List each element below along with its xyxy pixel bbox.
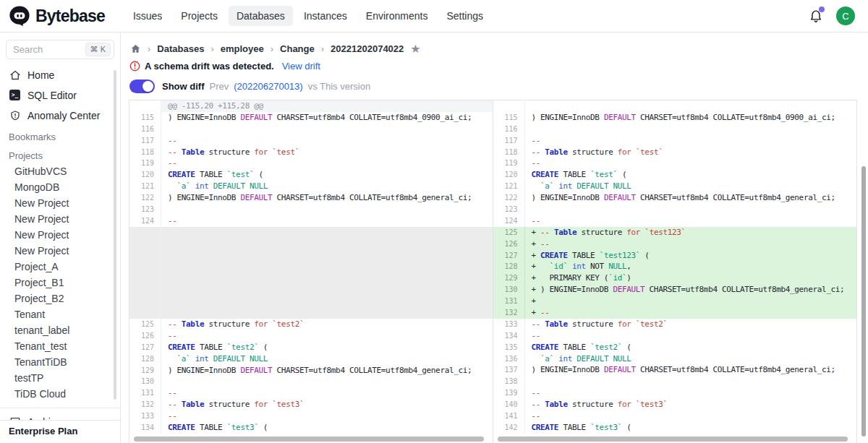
code-line [525,204,857,215]
diff-line: 135CREATE TABLE `test2` ( [493,342,857,353]
sidebar-scrollbar[interactable] [114,70,116,400]
sidebar-project-item[interactable]: MongoDB [0,179,120,195]
code-line: ) ENGINE=InnoDB DEFAULT CHARSET=utf8mb4 … [161,365,493,377]
sidebar-project-item[interactable]: New Project [0,195,120,211]
diff-line: 128 `a` int DEFAULT NULL [129,353,493,365]
right-pane-horizontal-scrollbar[interactable] [498,436,848,442]
left-pane-horizontal-scrollbar[interactable] [134,436,484,442]
line-number: 117 [129,135,161,147]
sidebar-project-item[interactable]: New Project [0,211,120,227]
code-line: -- Table structure for `test` [161,147,493,158]
diff-line: 134CREATE TABLE `test3` ( [129,422,493,434]
code-line: + [525,296,857,307]
alert-text: A schema drift was detected. [145,61,274,72]
breadcrumb-separator: › [148,43,150,54]
show-diff-toggle[interactable] [129,79,155,93]
sidebar-project-item[interactable]: Project_A [0,259,120,275]
diff-line: 132-- Table structure for `test3` [129,399,493,410]
line-number: 126 [129,330,161,342]
sidebar-item-home[interactable]: Home [0,65,120,85]
diff-line: 142CREATE TABLE `test3` ( [493,422,857,434]
line-number: 124 [493,215,525,227]
sidebar-project-item[interactable]: Project_B2 [0,291,120,306]
line-number: 139 [493,387,525,399]
line-number: 119 [129,158,161,169]
breadcrumb-item[interactable]: Databases [157,43,204,54]
view-drift-link[interactable]: View drift [282,61,320,72]
diff-line: 122) ENGINE=InnoDB DEFAULT CHARSET=utf8m… [129,192,493,204]
diff-blank-header-row [493,100,857,112]
nav-tab-databases[interactable]: Databases [229,6,293,26]
diff-line: 134-- [493,330,857,342]
line-number: 133 [129,410,161,422]
line-number: 115 [493,112,525,124]
sidebar-project-item[interactable]: New Project [0,227,120,243]
nav-tab-environments[interactable]: Environments [358,6,436,26]
line-number: 130 [493,284,525,296]
code-line: CREATE TABLE `test` ( [525,169,857,181]
sidebar-project-item[interactable]: GitHubVCS [0,163,120,179]
breadcrumb-item[interactable]: Change [280,43,315,54]
sidebar-project-item[interactable]: TenantTiDB [0,354,120,370]
brand[interactable]: Bytebase [9,5,105,27]
diff-line: 121 `a` int DEFAULT NULL [493,181,857,192]
breadcrumb-separator: › [321,43,324,54]
code-line: CREATE TABLE `test` ( [161,169,493,181]
notification-bell-button[interactable] [809,9,823,23]
diff-line: 124-- [493,215,857,227]
line-number: 134 [493,330,525,342]
page-vertical-scrollbar[interactable] [861,166,866,436]
code-line: -- [161,135,493,147]
diff-line: 118-- Table structure for `test` [129,147,493,158]
code-line: `a` int DEFAULT NULL [161,181,493,192]
diff-line: 128+ `id` int NOT NULL, [493,261,857,272]
nav-tab-settings[interactable]: Settings [438,6,491,26]
breadcrumb-home-icon[interactable] [130,43,141,54]
sidebar-project-item[interactable]: Tenant_test [0,338,120,354]
sidebar-project-item[interactable]: New Project [0,243,120,259]
diff-line: 141-- [493,410,857,422]
bytebase-logo-icon [9,5,30,27]
search-input[interactable]: Search ⌘ K [6,40,114,59]
prev-version-link[interactable]: (202206270013) [234,81,302,92]
star-icon[interactable]: ★ [410,45,420,53]
diff-line: 124-- [129,215,493,227]
sidebar-item-anomaly-center[interactable]: Anomaly Center [0,106,120,126]
line-number: 116 [129,124,161,135]
prev-label: Prev [210,81,229,92]
nav-tab-projects[interactable]: Projects [173,6,226,26]
line-number: 132 [493,307,525,319]
sidebar-project-item[interactable]: Tenant [0,306,120,322]
code-line: CREATE TABLE `test3` ( [525,422,857,434]
nav-tab-instances[interactable]: Instances [296,6,355,26]
line-number: 118 [129,147,161,158]
line-number: 133 [493,319,525,330]
breadcrumb-item[interactable]: 20221202074022 [331,43,404,54]
line-number: 137 [493,364,525,376]
diff-line: 131-- [129,387,493,399]
diff-line: 129+ PRIMARY KEY (`id`) [493,272,857,284]
line-number: 123 [493,204,525,215]
diff-line: 129) ENGINE=InnoDB DEFAULT CHARSET=utf8m… [129,365,493,377]
diff-line: 139-- [493,387,857,399]
home-icon [9,69,21,81]
breadcrumb-separator: › [271,43,273,54]
nav-tab-issues[interactable]: Issues [125,6,170,26]
diff-line: 125-- Table structure for `test2` [129,319,493,330]
line-number: 127 [493,250,525,262]
line-number [493,100,525,112]
sidebar-project-item[interactable]: TiDB Cloud [0,386,120,402]
breadcrumb-item[interactable]: employee [221,43,264,54]
user-avatar[interactable]: C [836,7,855,25]
code-line: -- Table structure for `test2` [525,319,857,330]
sidebar-item-sql-editor[interactable]: >_ SQL Editor [0,85,120,106]
line-number [129,227,161,319]
line-number: 136 [493,353,525,365]
code-line: ) ENGINE=InnoDB DEFAULT CHARSET=utf8mb4 … [525,112,857,124]
diff-line: 118-- Table structure for `test` [493,147,857,158]
sidebar-project-item[interactable]: Project_B1 [0,275,120,291]
sidebar-project-item[interactable]: tenant_label [0,322,120,338]
code-line: -- Table structure for `test3` [525,399,857,410]
sidebar-project-item[interactable]: testTP [0,370,120,386]
nav-links: IssuesProjectsDatabasesInstancesEnvironm… [125,6,491,26]
